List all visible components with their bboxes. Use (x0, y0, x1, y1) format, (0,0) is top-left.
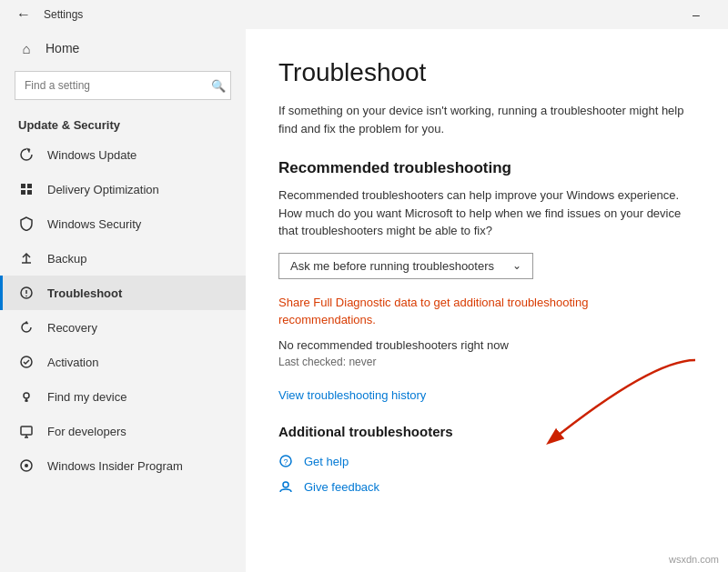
sidebar-section-title: Update & Security (0, 111, 246, 137)
sidebar-item-windows-insider[interactable]: Windows Insider Program (0, 448, 246, 483)
search-icon[interactable]: 🔍 (211, 79, 226, 93)
sidebar-item-label: Windows Insider Program (47, 459, 183, 473)
sidebar-item-label: Windows Security (47, 217, 141, 231)
sidebar-item-for-developers[interactable]: For developers (0, 414, 246, 448)
sidebar-item-label: Delivery Optimization (47, 183, 159, 196)
sidebar-item-windows-security[interactable]: Windows Security (0, 206, 246, 241)
svg-rect-11 (21, 426, 32, 435)
sidebar-item-label: Recovery (47, 321, 97, 335)
page-title: Troubleshoot (278, 58, 695, 87)
view-history-link[interactable]: View troubleshooting history (278, 388, 426, 402)
content-area: Troubleshoot If something on your device… (246, 29, 728, 572)
arrow-container: Share Full Diagnostic data to get additi… (278, 294, 695, 338)
give-feedback-icon (278, 479, 295, 496)
back-button[interactable]: ← (11, 2, 36, 27)
troubleshoot-dropdown[interactable]: Ask me before running troubleshooters ⌄ (278, 253, 533, 279)
last-checked-text: Last checked: never (278, 356, 695, 368)
svg-rect-3 (27, 190, 32, 195)
windows-update-icon (18, 146, 35, 163)
sidebar-item-activation[interactable]: Activation (0, 345, 246, 379)
sidebar-home-label: Home (46, 41, 79, 55)
backup-icon (18, 250, 35, 266)
sidebar-home-item[interactable]: ⌂ Home (0, 29, 246, 67)
svg-point-10 (24, 393, 29, 398)
give-feedback-label: Give feedback (304, 480, 379, 494)
activation-icon (18, 354, 35, 370)
get-help-label: Get help (304, 455, 349, 468)
help-links: ? Get help Give feedback (278, 454, 695, 496)
get-help-link[interactable]: ? Get help (278, 454, 695, 470)
home-icon: ⌂ (18, 40, 35, 56)
recommended-section-desc: Recommended troubleshooters can help imp… (278, 186, 695, 240)
recovery-icon (18, 319, 35, 336)
sidebar-item-find-my-device[interactable]: Find my device (0, 379, 246, 414)
sidebar-item-backup[interactable]: Backup (0, 241, 246, 276)
titlebar: ← Settings – (0, 0, 728, 29)
svg-rect-0 (21, 184, 25, 188)
give-feedback-link[interactable]: Give feedback (278, 479, 695, 496)
additional-section-container: Additional troubleshooters (278, 424, 695, 439)
watermark: wsxdn.com (669, 554, 719, 565)
titlebar-left: ← Settings (11, 2, 83, 27)
page-description: If something on your device isn't workin… (278, 102, 695, 137)
delivery-optimization-icon (18, 181, 35, 197)
svg-point-8 (25, 296, 27, 297)
titlebar-controls: – (675, 0, 717, 29)
svg-point-15 (25, 464, 28, 467)
get-help-icon: ? (278, 454, 295, 470)
find-my-device-icon (18, 388, 35, 405)
sidebar-item-label: Windows Update (47, 148, 136, 162)
svg-text:?: ? (283, 457, 288, 467)
sidebar-item-label: For developers (47, 425, 126, 438)
sidebar-item-label: Activation (47, 356, 98, 369)
minimize-button[interactable]: – (675, 0, 717, 29)
no-troubleshooters-text: No recommended troubleshooters right now (278, 338, 695, 352)
troubleshoot-icon (18, 285, 35, 301)
diagnostic-link[interactable]: Share Full Diagnostic data to get additi… (278, 294, 624, 329)
svg-point-19 (283, 482, 288, 487)
sidebar-item-troubleshoot[interactable]: Troubleshoot (0, 276, 246, 310)
sidebar: ⌂ Home 🔍 Update & Security Windows Updat… (0, 29, 246, 572)
additional-section-title: Additional troubleshooters (278, 424, 695, 439)
titlebar-title: Settings (44, 8, 83, 21)
for-developers-icon (18, 423, 35, 439)
sidebar-item-windows-update[interactable]: Windows Update (0, 137, 246, 172)
sidebar-search-container: 🔍 (15, 71, 231, 100)
sidebar-item-label: Troubleshoot (47, 286, 122, 300)
recommended-section-title: Recommended troubleshooting (278, 159, 695, 177)
windows-security-icon (18, 216, 35, 232)
svg-rect-1 (27, 184, 32, 188)
dropdown-value: Ask me before running troubleshooters (290, 259, 494, 273)
sidebar-item-label: Find my device (47, 390, 126, 404)
svg-rect-2 (21, 190, 25, 195)
sidebar-item-delivery-optimization[interactable]: Delivery Optimization (0, 172, 246, 206)
windows-insider-icon (18, 457, 35, 474)
sidebar-item-recovery[interactable]: Recovery (0, 310, 246, 345)
search-input[interactable] (15, 71, 231, 100)
chevron-down-icon: ⌄ (512, 259, 521, 272)
app-body: ⌂ Home 🔍 Update & Security Windows Updat… (0, 29, 728, 572)
sidebar-item-label: Backup (47, 252, 86, 266)
